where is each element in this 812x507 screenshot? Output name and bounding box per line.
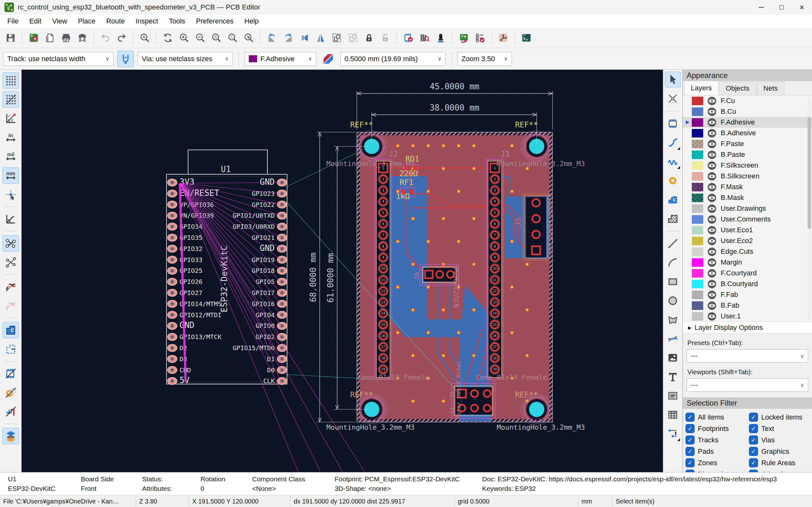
undo-button[interactable]: [98, 31, 113, 45]
zoom-fit-page-button[interactable]: [209, 31, 223, 45]
pcb-drawing[interactable]: 1234567891011121314151617181912345678910…: [21, 70, 663, 472]
save-button[interactable]: [3, 31, 18, 45]
via[interactable]: [510, 144, 514, 148]
via[interactable]: [510, 240, 514, 243]
layer-color-swatch[interactable]: [692, 118, 703, 127]
j3-connector[interactable]: 12345678910111213141516171819: [486, 159, 503, 379]
net-color-mode-button[interactable]: [3, 297, 19, 314]
layer-row-b-mask[interactable]: B.Mask: [683, 192, 812, 203]
layer-row-user-drawings[interactable]: User.Drawings: [683, 203, 812, 214]
minimize-button[interactable]: [751, 0, 771, 14]
via[interactable]: [442, 217, 445, 221]
presets-dropdown[interactable]: ---∨: [687, 349, 808, 362]
sketch-pads-button[interactable]: [3, 384, 19, 401]
layer-visibility-toggle[interactable]: [707, 312, 716, 321]
track-width-combo[interactable]: Track: use netclass width∨: [3, 52, 113, 66]
draw-rectangle-button[interactable]: [665, 274, 681, 290]
checkbox-checked-icon[interactable]: ✓: [686, 424, 695, 433]
pcb-canvas[interactable]: 1234567891011121314151617181912345678910…: [21, 70, 663, 472]
layer-row-b-fab[interactable]: B.Fab: [683, 300, 812, 311]
add-via-button[interactable]: [665, 173, 681, 188]
group-button[interactable]: [329, 31, 344, 45]
layer-visibility-toggle[interactable]: [707, 182, 716, 192]
layer-row-b-courtyard[interactable]: B.Courtyard: [683, 279, 812, 289]
highlight-net-button[interactable]: [496, 31, 510, 45]
layer-visibility-toggle[interactable]: [707, 150, 716, 159]
plot-button[interactable]: [75, 31, 90, 45]
layer-color-swatch[interactable]: [692, 215, 703, 224]
menu-view[interactable]: View: [47, 14, 72, 28]
layer-visibility-toggle[interactable]: [707, 96, 716, 106]
add-footprint-button[interactable]: [665, 116, 681, 131]
sketch-tracks-button[interactable]: [3, 403, 19, 420]
layer-color-swatch[interactable]: [692, 237, 703, 245]
via[interactable]: [396, 144, 400, 148]
layer-row-user-eco2[interactable]: User.Eco2: [683, 235, 812, 246]
layer-row-f-paste[interactable]: F.Paste: [683, 138, 812, 149]
checkbox-checked-icon[interactable]: ✓: [749, 435, 758, 445]
via[interactable]: [411, 354, 415, 357]
via[interactable]: [426, 240, 430, 243]
layer-visibility-toggle[interactable]: [707, 139, 716, 149]
layer-row-b-paste[interactable]: B.Paste: [683, 149, 812, 160]
via[interactable]: [442, 144, 445, 148]
layer-visibility-toggle[interactable]: [707, 279, 716, 289]
layer-visibility-toggle[interactable]: [707, 107, 716, 116]
draw-polygon-button[interactable]: [665, 312, 681, 328]
layer-color-swatch[interactable]: [692, 183, 703, 191]
via-size-combo[interactable]: Via: use netclass sizes∨: [138, 52, 233, 66]
flip-vertical-button[interactable]: [313, 31, 328, 45]
layer-color-swatch[interactable]: [692, 247, 703, 256]
via[interactable]: [510, 331, 514, 335]
via[interactable]: [396, 331, 400, 335]
units-inches-button[interactable]: in: [3, 129, 19, 146]
layer-visibility-toggle[interactable]: [707, 204, 716, 213]
layer-color-swatch[interactable]: [692, 161, 703, 170]
layer-color-swatch[interactable]: [692, 129, 703, 137]
filter-tracks[interactable]: ✓Tracks: [686, 435, 749, 445]
flip-horizontal-button[interactable]: [297, 31, 311, 45]
layer-row-user-1[interactable]: User.1: [683, 311, 812, 322]
add-text-button[interactable]: [665, 369, 681, 385]
limit-45-button[interactable]: [3, 211, 19, 227]
checkbox-checked-icon[interactable]: ✓: [686, 458, 695, 467]
layer-visibility-toggle[interactable]: [707, 247, 716, 257]
route-tracks-button[interactable]: [665, 135, 681, 151]
tab-nets[interactable]: Nets: [757, 82, 784, 95]
track-posture-button[interactable]: [117, 51, 134, 67]
checkbox-checked-icon[interactable]: ✓: [749, 412, 758, 422]
via[interactable]: [472, 144, 476, 148]
menu-preferences[interactable]: Preferences: [191, 14, 239, 28]
scrollbar-thumb[interactable]: [808, 117, 811, 229]
layer-color-swatch[interactable]: [692, 140, 703, 148]
via[interactable]: [510, 190, 514, 193]
layer-color-swatch[interactable]: [692, 258, 703, 267]
layer-visibility-toggle[interactable]: [707, 258, 716, 267]
high-contrast-mode-button[interactable]: [3, 428, 19, 444]
grid-size-combo[interactable]: 0.5000 mm (19.69 mils)∨: [340, 52, 446, 66]
layer-row-f-courtyard[interactable]: F.Courtyard: [683, 268, 812, 279]
checkbox-checked-icon[interactable]: ✓: [749, 458, 758, 467]
footprint-checker-button[interactable]: [401, 31, 415, 45]
layer-visibility-toggle[interactable]: [707, 161, 716, 170]
layer-color-swatch[interactable]: [692, 107, 703, 116]
checkbox-checked-icon[interactable]: ✓: [686, 447, 695, 456]
library-browser-button[interactable]: [417, 31, 432, 45]
close-button[interactable]: ✕: [792, 0, 812, 14]
via[interactable]: [411, 400, 415, 403]
draw-bezier-button[interactable]: [665, 331, 681, 347]
zoom-combo[interactable]: Zoom 3.50∨: [457, 52, 512, 66]
local-ratsnest-button[interactable]: [665, 91, 681, 107]
checkbox-checked-icon[interactable]: ✓: [686, 435, 695, 445]
add-rule-area-button[interactable]: [665, 211, 681, 227]
rotate-cw-button[interactable]: [281, 31, 295, 45]
via[interactable]: [426, 190, 430, 193]
layer-row-f-cu[interactable]: F.Cu: [683, 95, 812, 106]
filter-pads[interactable]: ✓Pads: [686, 447, 749, 456]
layer-color-swatch[interactable]: [692, 301, 703, 310]
via[interactable]: [411, 263, 415, 266]
filter-graphics[interactable]: ✓Graphics: [749, 447, 812, 456]
filter-zones[interactable]: ✓Zones: [686, 458, 749, 467]
layer-visibility-toggle[interactable]: [707, 226, 716, 235]
layer-visibility-toggle[interactable]: [707, 269, 716, 278]
